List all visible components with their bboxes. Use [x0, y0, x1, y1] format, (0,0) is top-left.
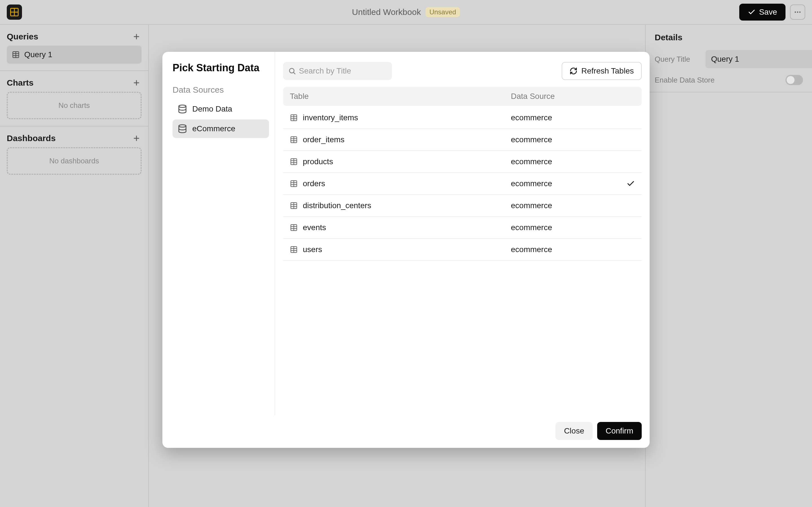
table-name-cell: users: [290, 245, 511, 254]
enable-data-store-row: Enable Data Store: [655, 75, 803, 85]
query-list: Query 1: [7, 46, 142, 64]
dashboards-title: Dashboards: [7, 133, 56, 143]
query-item-label: Query 1: [24, 50, 52, 59]
add-query-button[interactable]: [132, 32, 142, 42]
pick-data-modal: Pick Starting Data Data Sources Demo Dat…: [162, 52, 650, 448]
database-icon: [177, 104, 187, 114]
table-source-cell: ecommerce: [511, 179, 618, 188]
table-row[interactable]: usersecommerce: [283, 239, 642, 261]
workbook-title[interactable]: Untitled Workbook: [352, 7, 421, 17]
table-source-cell: ecommerce: [511, 135, 618, 144]
table-source-cell: ecommerce: [511, 113, 618, 122]
plus-icon: [133, 33, 140, 41]
table-selected-cell: [618, 179, 635, 188]
confirm-button[interactable]: Confirm: [597, 422, 642, 440]
refresh-icon: [569, 67, 577, 75]
save-button[interactable]: Save: [739, 4, 785, 20]
table-source-cell: ecommerce: [511, 245, 618, 254]
data-source-list: Demo DataeCommerce: [172, 100, 269, 138]
add-dashboard-button[interactable]: [132, 133, 142, 144]
check-icon: [626, 179, 635, 188]
plus-icon: [133, 79, 140, 87]
close-button[interactable]: Close: [555, 422, 593, 440]
save-label: Save: [759, 8, 777, 17]
table-name: orders: [303, 179, 325, 188]
table-source-cell: ecommerce: [511, 157, 618, 166]
divider: [646, 92, 812, 93]
table-name-cell: order_items: [290, 135, 511, 144]
add-chart-button[interactable]: [132, 78, 142, 88]
check-icon: [748, 8, 756, 16]
data-sources-label: Data Sources: [172, 85, 269, 95]
table-name: products: [303, 157, 333, 166]
no-dashboards-box: No dashboards: [7, 147, 142, 175]
table-row[interactable]: inventory_itemsecommerce: [283, 107, 642, 129]
modal-toolbar: Refresh Tables: [283, 62, 642, 80]
divider: [0, 70, 148, 71]
column-header-source: Data Source: [511, 92, 635, 101]
charts-header: Charts: [7, 78, 142, 88]
modal-main: Refresh Tables Table Data Source invento…: [275, 52, 650, 415]
column-header-table: Table: [290, 92, 511, 101]
data-source-item[interactable]: eCommerce: [172, 119, 269, 138]
table-row[interactable]: eventsecommerce: [283, 217, 642, 239]
search-wrap: [283, 62, 392, 80]
table-name: order_items: [303, 135, 345, 144]
table-name-cell: products: [290, 157, 511, 166]
table-name: distribution_centers: [303, 201, 371, 210]
table-icon: [290, 136, 298, 144]
table-icon: [290, 158, 298, 166]
table-header: Table Data Source: [283, 87, 642, 106]
table-name-cell: inventory_items: [290, 113, 511, 122]
table-row[interactable]: order_itemsecommerce: [283, 129, 642, 151]
dashboards-header: Dashboards: [7, 133, 142, 144]
svg-point-0: [795, 11, 796, 13]
svg-point-1: [797, 11, 799, 13]
enable-data-store-toggle[interactable]: [785, 75, 803, 85]
table-row[interactable]: distribution_centersecommerce: [283, 195, 642, 217]
search-input[interactable]: [283, 62, 392, 80]
table-source-cell: ecommerce: [511, 223, 618, 232]
query-title-input[interactable]: [705, 50, 812, 68]
queries-title: Queries: [7, 32, 38, 41]
table-name: users: [303, 245, 322, 254]
database-icon: [177, 124, 187, 133]
table-icon: [290, 202, 298, 210]
app-logo[interactable]: [7, 4, 22, 20]
charts-title: Charts: [7, 78, 34, 88]
query-title-row: Query Title: [655, 50, 803, 68]
table-row[interactable]: ordersecommerce: [283, 173, 642, 195]
svg-line-16: [294, 72, 295, 74]
data-source-label: eCommerce: [192, 124, 235, 133]
search-icon: [288, 67, 296, 75]
modal-title: Pick Starting Data: [172, 62, 269, 74]
query-item[interactable]: Query 1: [7, 46, 142, 64]
unsaved-badge: Unsaved: [425, 7, 460, 17]
sidebar-left: Queries Query 1 Charts No charts Dashboa…: [0, 25, 149, 507]
modal-sidebar: Pick Starting Data Data Sources Demo Dat…: [162, 52, 275, 415]
plus-icon: [133, 134, 140, 142]
more-button[interactable]: [790, 4, 805, 20]
topbar: Untitled Workbook Unsaved Save: [0, 0, 812, 25]
topbar-right: Save: [739, 4, 805, 20]
table-row[interactable]: productsecommerce: [283, 151, 642, 173]
table-name: inventory_items: [303, 113, 358, 122]
table-icon: [290, 245, 298, 253]
svg-point-2: [799, 11, 801, 13]
svg-point-14: [179, 125, 186, 127]
data-source-item[interactable]: Demo Data: [172, 100, 269, 118]
details-heading: Details: [655, 33, 803, 42]
ellipsis-icon: [794, 8, 802, 16]
topbar-center: Untitled Workbook Unsaved: [352, 7, 460, 17]
table-name-cell: distribution_centers: [290, 201, 511, 210]
modal-body: Pick Starting Data Data Sources Demo Dat…: [162, 52, 650, 415]
table-name-cell: events: [290, 223, 511, 232]
refresh-tables-button[interactable]: Refresh Tables: [562, 62, 642, 80]
queries-header: Queries: [7, 32, 142, 42]
no-charts-box: No charts: [7, 92, 142, 119]
table-name-cell: orders: [290, 179, 511, 188]
query-title-label: Query Title: [655, 55, 700, 64]
table-icon: [290, 114, 298, 122]
enable-data-store-label: Enable Data Store: [655, 76, 780, 84]
logo-icon: [10, 8, 18, 16]
